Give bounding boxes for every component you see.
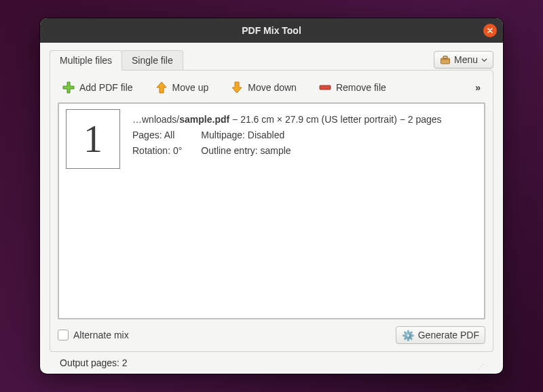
titlebar: PDF Mix Tool [40, 18, 503, 43]
arrow-down-icon [230, 81, 244, 94]
move-up-button[interactable]: Move up [152, 79, 212, 96]
pages-field: Pages: All [132, 128, 182, 143]
multipage-field: Multipage: Disabled [201, 128, 291, 143]
top-bar: Multiple files Single file Menu [50, 50, 493, 71]
svg-rect-3 [320, 85, 331, 90]
menu-button[interactable]: Menu [434, 51, 493, 68]
add-pdf-button[interactable]: Add PDF file [59, 79, 136, 96]
tab-multiple-files[interactable]: Multiple files [50, 50, 122, 71]
file-meta: …wnloads/sample.pdf − 21.6 cm × 27.9 cm … [132, 109, 442, 159]
close-button[interactable] [483, 24, 497, 37]
file-path-line: …wnloads/sample.pdf − 21.6 cm × 27.9 cm … [132, 112, 442, 128]
file-thumbnail: 1 [66, 109, 120, 169]
alternate-mix-checkbox[interactable]: Alternate mix [58, 330, 129, 340]
gear-icon: ⚙️ [402, 330, 415, 340]
file-row[interactable]: 1 …wnloads/sample.pdf − 21.6 cm × 27.9 c… [61, 106, 482, 172]
checkbox-icon [58, 330, 69, 340]
file-name: sample.pdf [179, 114, 229, 125]
rotation-field: Rotation: 0° [132, 143, 182, 159]
menu-label: Menu [454, 54, 478, 65]
button-label: Generate PDF [418, 330, 479, 340]
toolbox-icon [440, 54, 451, 65]
tab-label: Single file [132, 55, 173, 66]
remove-icon [318, 81, 332, 94]
chevron-down-icon [481, 57, 487, 63]
window-title: PDF Mix Tool [242, 25, 301, 36]
status-bar: Output pages: 2 ⋰ [50, 352, 493, 368]
output-pages-label: Output pages: 2 [60, 357, 128, 368]
close-icon [487, 27, 493, 34]
outline-field: Outline entry: sample [201, 143, 291, 159]
chevron-right-icon: » [475, 82, 481, 93]
content-area: Multiple files Single file Menu Add PDF … [40, 43, 503, 374]
button-label: Move down [248, 82, 297, 93]
resize-grip-icon[interactable]: ⋰ [478, 363, 483, 370]
generate-pdf-button[interactable]: ⚙️ Generate PDF [396, 326, 485, 344]
toolbar: Add PDF file Move up Move down Remove fi… [58, 78, 485, 102]
svg-rect-2 [443, 56, 447, 58]
tab-bar: Multiple files Single file [50, 50, 183, 71]
arrow-up-icon [155, 81, 168, 94]
tab-label: Multiple files [60, 55, 112, 66]
app-window: PDF Mix Tool Multiple files Single file … [40, 18, 503, 374]
button-label: Remove file [336, 82, 386, 93]
button-label: Add PDF file [79, 82, 133, 93]
main-panel: Add PDF file Move up Move down Remove fi… [50, 70, 493, 352]
move-down-button[interactable]: Move down [227, 79, 299, 96]
toolbar-overflow-button[interactable]: » [472, 81, 484, 94]
remove-file-button[interactable]: Remove file [316, 79, 389, 96]
bottom-bar: Alternate mix ⚙️ Generate PDF [58, 319, 485, 344]
tab-single-file[interactable]: Single file [121, 50, 183, 71]
checkbox-label: Alternate mix [73, 330, 129, 340]
file-list[interactable]: 1 …wnloads/sample.pdf − 21.6 cm × 27.9 c… [58, 102, 485, 319]
button-label: Move up [172, 82, 209, 93]
plus-icon [62, 81, 75, 94]
